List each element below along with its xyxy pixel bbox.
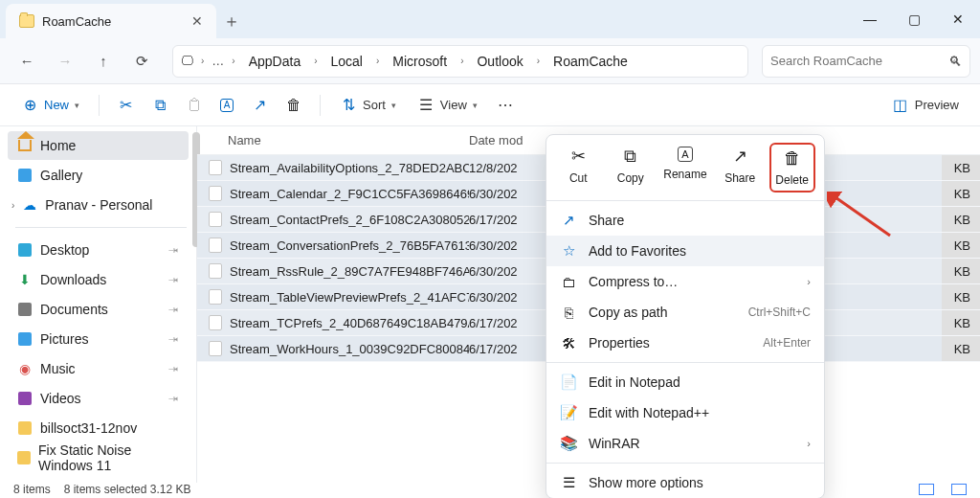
titlebar: RoamCache ✕ ＋ — ▢ ✕ bbox=[0, 0, 980, 38]
sidebar-item-folder[interactable]: Fix Static Noise Windows 11 bbox=[8, 443, 189, 472]
chevron-icon[interactable]: › bbox=[457, 56, 467, 66]
ctx-notepad[interactable]: 📄Edit in Notepad bbox=[546, 367, 824, 397]
sidebar-item-documents[interactable]: Documents📌︎ bbox=[8, 295, 189, 324]
back-button[interactable]: ← bbox=[10, 44, 44, 79]
wrench-icon: 🛠 bbox=[560, 335, 577, 351]
sort-button[interactable]: ⇅Sort▾ bbox=[332, 90, 404, 121]
sidebar-item-gallery[interactable]: Gallery bbox=[8, 161, 189, 190]
chevron-icon[interactable]: › bbox=[228, 56, 238, 66]
delete-button[interactable]: 🗑 bbox=[279, 90, 308, 121]
up-button[interactable]: ↑ bbox=[86, 44, 121, 79]
ctx-copy-path[interactable]: ⎘Copy as pathCtrl+Shift+C bbox=[546, 297, 824, 328]
share-icon: ↗ bbox=[560, 212, 577, 229]
file-size: KB bbox=[942, 181, 980, 206]
details-view-icon[interactable] bbox=[919, 484, 934, 495]
file-icon bbox=[209, 341, 222, 356]
star-icon: ☆ bbox=[560, 242, 577, 260]
search-box[interactable]: 🔍︎ bbox=[762, 45, 970, 78]
ctx-copy[interactable]: ⧉Copy bbox=[608, 143, 654, 192]
ctx-notepadpp[interactable]: 📝Edit with Notepad++ bbox=[546, 397, 824, 428]
ctx-cut[interactable]: ✂Cut bbox=[555, 143, 601, 192]
file-size: KB bbox=[942, 284, 980, 309]
minimize-button[interactable]: — bbox=[848, 0, 892, 38]
notepad-icon: 📄 bbox=[560, 374, 577, 391]
file-name: Stream_Calendar_2_F9C1CC5FA369864696A69E… bbox=[230, 187, 469, 201]
file-name: Stream_ConversationPrefs_2_76B5FA7613E54… bbox=[230, 238, 469, 253]
maximize-button[interactable]: ▢ bbox=[892, 0, 936, 38]
nav-pane: Home Gallery ›☁Pranav - Personal Desktop… bbox=[0, 126, 197, 483]
search-input[interactable] bbox=[770, 54, 948, 68]
thumb-view-icon[interactable] bbox=[951, 484, 967, 495]
chevron-icon[interactable]: › bbox=[533, 56, 544, 66]
file-icon bbox=[209, 212, 222, 227]
winrar-icon: 📚 bbox=[560, 435, 577, 452]
sidebar-item-videos[interactable]: Videos📌︎ bbox=[8, 384, 189, 413]
file-name: Stream_WorkHours_1_0039C92DFC800843A6D… bbox=[230, 342, 469, 356]
file-size: KB bbox=[942, 207, 980, 232]
ctx-more-options[interactable]: ☰Show more options bbox=[546, 467, 824, 498]
status-selection: 8 items selected 3.12 KB bbox=[64, 483, 191, 496]
file-date: 6/17/202 bbox=[469, 213, 555, 227]
crumb-outlook[interactable]: Outlook bbox=[471, 52, 528, 71]
sidebar-item-music[interactable]: ◉Music📌︎ bbox=[8, 354, 189, 383]
status-count: 8 items bbox=[13, 483, 51, 496]
file-name: Stream_TableViewPreviewPrefs_2_41AFC7FF3… bbox=[230, 290, 469, 305]
sidebar-item-folder[interactable]: billsoct31-12nov bbox=[8, 414, 189, 442]
forward-button: → bbox=[48, 44, 82, 79]
view-button[interactable]: ☰View▾ bbox=[410, 90, 485, 121]
pin-icon: 📌︎ bbox=[166, 302, 181, 317]
breadcrumb[interactable]: 🖵 › … › AppData › Local › Microsoft › Ou… bbox=[172, 45, 748, 78]
ctx-compress[interactable]: 🗀Compress to…› bbox=[546, 266, 824, 297]
tab-close-icon[interactable]: ✕ bbox=[191, 13, 203, 29]
ctx-share-row[interactable]: ↗Share bbox=[546, 205, 824, 236]
crumb-roamcache[interactable]: RoamCache bbox=[547, 52, 634, 71]
sidebar-item-pictures[interactable]: Pictures📌︎ bbox=[8, 325, 189, 353]
toolbar: ⊕New▾ ✂ ⧉ 📋︎ A ↗ 🗑 ⇅Sort▾ ☰View▾ ⋯ ◫Prev… bbox=[0, 84, 980, 126]
ctx-winrar[interactable]: 📚WinRAR› bbox=[546, 428, 824, 459]
ctx-rename[interactable]: ARename bbox=[659, 143, 710, 192]
refresh-button[interactable]: ⟳ bbox=[124, 44, 159, 79]
file-size: KB bbox=[942, 336, 980, 361]
ctx-delete[interactable]: 🗑Delete bbox=[769, 143, 815, 192]
file-icon bbox=[209, 238, 222, 253]
new-button[interactable]: ⊕New▾ bbox=[13, 90, 87, 121]
new-tab-button[interactable]: ＋ bbox=[216, 4, 247, 38]
file-date: 6/30/202 bbox=[469, 187, 555, 201]
notepadpp-icon: 📝 bbox=[560, 404, 577, 421]
search-icon[interactable]: 🔍︎ bbox=[948, 54, 962, 69]
window-tab[interactable]: RoamCache ✕ bbox=[6, 4, 216, 38]
col-date[interactable]: Date mod bbox=[469, 133, 555, 147]
sidebar-item-personal[interactable]: ›☁Pranav - Personal bbox=[8, 191, 189, 219]
crumb-local[interactable]: Local bbox=[325, 52, 368, 71]
sidebar-item-home[interactable]: Home bbox=[8, 131, 189, 160]
ctx-favorites[interactable]: ☆Add to Favorites bbox=[546, 236, 824, 266]
pin-icon: 📌︎ bbox=[166, 272, 181, 287]
sidebar-item-desktop[interactable]: Desktop📌︎ bbox=[8, 236, 189, 264]
cut-button[interactable]: ✂ bbox=[111, 90, 140, 121]
ctx-share[interactable]: ↗Share bbox=[717, 143, 763, 192]
copy-button[interactable]: ⧉ bbox=[145, 90, 174, 121]
link-icon: ⎘ bbox=[560, 305, 577, 321]
ctx-properties[interactable]: 🛠PropertiesAlt+Enter bbox=[546, 328, 824, 358]
chevron-right-icon: › bbox=[807, 438, 811, 449]
share-button[interactable]: ↗ bbox=[245, 90, 274, 121]
chevron-icon[interactable]: › bbox=[197, 56, 208, 66]
context-menu: ✂Cut ⧉Copy ARename ↗Share 🗑Delete ↗Share… bbox=[546, 134, 825, 498]
crumb-appdata[interactable]: AppData bbox=[243, 52, 306, 71]
rename-button[interactable]: A bbox=[214, 90, 239, 121]
file-date: 6/17/202 bbox=[469, 342, 555, 356]
more-button[interactable]: ⋯ bbox=[491, 90, 520, 121]
file-name: Stream_TCPrefs_2_40D687649C18AB479A1AFA… bbox=[230, 316, 469, 330]
archive-icon: 🗀 bbox=[560, 274, 577, 290]
close-button[interactable]: ✕ bbox=[936, 0, 980, 38]
sidebar-item-downloads[interactable]: ⬇Downloads📌︎ bbox=[8, 265, 189, 294]
folder-icon bbox=[19, 14, 34, 28]
crumb-microsoft[interactable]: Microsoft bbox=[387, 52, 453, 71]
chevron-icon[interactable]: › bbox=[310, 56, 321, 66]
preview-button[interactable]: ◫Preview bbox=[884, 90, 967, 121]
col-name[interactable]: Name bbox=[197, 133, 469, 147]
ellipsis-icon[interactable]: … bbox=[212, 54, 224, 68]
scissors-icon: ✂ bbox=[571, 147, 586, 166]
chevron-icon[interactable]: › bbox=[372, 56, 383, 66]
file-size: KB bbox=[942, 233, 980, 258]
